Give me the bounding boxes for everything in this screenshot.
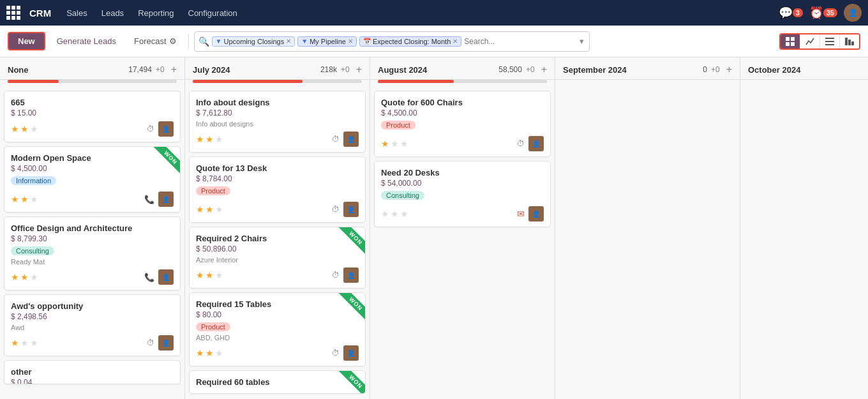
card-amount-j1: $ 7,612.80 [196, 109, 359, 117]
user-avatar[interactable]: 👤 [844, 4, 862, 22]
column-delta-sep2024: +0 [711, 65, 720, 74]
star-2: ★ [206, 204, 214, 215]
card-icons-c1: ⏱ 👤 [147, 121, 174, 137]
card-tag-c3: Consulting [11, 246, 54, 255]
topnav: CRM Sales Leads Reporting Configuration … [0, 0, 868, 26]
new-button[interactable]: New [8, 32, 45, 50]
filter-tag-upcoming-close[interactable]: ✕ [286, 38, 291, 45]
column-header-oct2024: October 2024 + [740, 57, 868, 80]
column-header-none: None 17,494 +0 + [0, 57, 184, 80]
card-stars-c3[interactable]: ★★★ [11, 272, 38, 282]
filter-tag-upcoming[interactable]: ▼ Upcoming Closings ✕ [212, 36, 296, 47]
star-2: ★ [20, 272, 29, 282]
card-stars-a1[interactable]: ★★★ [381, 139, 408, 149]
card-stars-c4[interactable]: ★★★ [11, 338, 38, 348]
view-graph-button[interactable] [800, 34, 820, 49]
nav-sales[interactable]: Sales [61, 6, 93, 20]
card-stars-j4[interactable]: ★★★ [196, 348, 223, 358]
kanban-card-c4[interactable]: Awd's opportunity $ 2,498.56 Awd ★★★ ⏱ 👤 [4, 294, 181, 356]
svg-rect-7 [845, 38, 848, 45]
kanban-card-j4[interactable]: WON Required 15 Tables $ 80.00 Product A… [189, 292, 366, 366]
card-title-j4: Required 15 Tables [196, 299, 359, 309]
star-3: ★ [400, 209, 408, 219]
column-add-aug2024[interactable]: + [541, 64, 547, 75]
clock-icon-j2: ⏱ [332, 205, 340, 214]
column-delta-none: +0 [156, 65, 165, 74]
kanban-card-c2[interactable]: WON Modern Open Space $ 4,500.00 Informa… [4, 146, 181, 213]
column-amount-none: 17,494 [128, 65, 152, 74]
star-3: ★ [215, 134, 223, 144]
kanban-card-c3[interactable]: Office Design and Architecture $ 8,799.3… [4, 216, 181, 290]
star-1: ★ [196, 348, 204, 358]
column-add-sep2024[interactable]: + [726, 64, 732, 75]
card-stars-j3[interactable]: ★★★ [196, 270, 223, 280]
nav-configuration[interactable]: Configuration [183, 6, 243, 20]
card-avatar-j2: 👤 [343, 202, 359, 217]
kanban-column-july2024: July 2024 218k +0 + Info about designs $… [185, 57, 370, 399]
svg-rect-1 [791, 37, 795, 41]
card-avatar-j3: 👤 [343, 267, 359, 283]
view-kanban-button[interactable] [781, 34, 800, 49]
card-stars-c2[interactable]: ★★★ [11, 194, 38, 204]
view-activity-button[interactable] [840, 34, 859, 49]
column-delta-aug2024: +0 [526, 65, 535, 74]
filter-tag-upcoming-label: Upcoming Closings [223, 38, 284, 45]
column-add-none[interactable]: + [171, 64, 177, 75]
column-header-aug2024: August 2024 58,500 +0 + [370, 57, 555, 80]
search-dropdown-button[interactable]: ▾ [578, 35, 585, 47]
column-cards-oct2024 [740, 80, 868, 399]
kanban-card-a2[interactable]: Need 20 Desks $ 54,000.00 Consulting ★★★… [374, 161, 551, 227]
star-2: ★ [20, 338, 29, 348]
column-header-sep2024: September 2024 0 +0 + [555, 57, 740, 80]
card-icons-a1: ⏱ 👤 [517, 136, 544, 151]
card-stars-c1[interactable]: ★★★ [11, 124, 38, 134]
filter-tag-closing[interactable]: 📅 Expected Closing: Month ✕ [359, 36, 461, 47]
generate-leads-button[interactable]: Generate Leads [50, 33, 123, 49]
kanban-card-j3[interactable]: WON Required 2 Chairs $ 50,896.00 Azure … [189, 227, 366, 289]
kanban-card-c1[interactable]: 665 $ 15.00 ★★★ ⏱ 👤 [4, 91, 181, 142]
search-input[interactable] [464, 37, 575, 46]
card-stars-j1[interactable]: ★★★ [196, 134, 223, 144]
kanban-card-j2[interactable]: Quote for 13 Desk $ 8,784.00 Product ★★★… [189, 156, 366, 223]
column-progress-aug2024 [378, 80, 547, 83]
card-stars-a2[interactable]: ★★★ [381, 209, 408, 219]
nav-reporting[interactable]: Reporting [133, 6, 179, 20]
star-2: ★ [206, 270, 214, 280]
card-avatar-a2: 👤 [528, 206, 544, 222]
filter-tag-closing-close[interactable]: ✕ [453, 38, 458, 45]
card-stars-j2[interactable]: ★★★ [196, 204, 223, 215]
card-title-c2: Modern Open Space [11, 153, 174, 163]
kanban-card-j5[interactable]: WON Required 60 tables [189, 370, 366, 394]
kanban-column-none: None 17,494 +0 + 665 $ 15.00 ★★★ ⏱ 👤 WON… [0, 57, 185, 399]
card-amount-a2: $ 54,000.00 [381, 179, 544, 188]
card-avatar-j4: 👤 [343, 345, 359, 361]
kanban-card-j1[interactable]: Info about designs $ 7,612.80 Info about… [189, 91, 366, 153]
filter-tag-pipeline[interactable]: ▼ My Pipeline ✕ [297, 36, 357, 47]
star-3: ★ [30, 272, 38, 282]
filter-tag-pipeline-close[interactable]: ✕ [348, 38, 353, 45]
nav-leads[interactable]: Leads [96, 6, 129, 20]
star-3: ★ [215, 348, 223, 358]
card-footer-j2: ★★★ ⏱ 👤 [196, 202, 359, 217]
clock-icon[interactable]: ⏰35 [809, 6, 837, 20]
message-icon[interactable]: 💬3 [779, 6, 803, 20]
column-add-july2024[interactable]: + [356, 64, 362, 75]
forecast-button[interactable]: Forecast ⚙ [128, 33, 183, 49]
card-title-a2: Need 20 Desks [381, 168, 544, 177]
star-3: ★ [30, 194, 38, 204]
view-list-button[interactable] [820, 34, 840, 49]
star-2: ★ [391, 139, 399, 149]
star-1: ★ [196, 270, 204, 280]
kanban-card-c5[interactable]: other $ 0.04 [4, 360, 181, 384]
star-1: ★ [11, 272, 19, 282]
app-logo[interactable] [6, 6, 20, 20]
card-footer-a2: ★★★ ✉ 👤 [381, 206, 544, 222]
message-badge: 3 [793, 8, 803, 17]
card-icons-c3: 📞 👤 [144, 269, 174, 285]
phone-icon-c3: 📞 [144, 273, 154, 282]
card-icons-j1: ⏱ 👤 [332, 132, 359, 147]
star-1: ★ [196, 204, 204, 215]
search-bar[interactable]: 🔍 ▼ Upcoming Closings ✕ ▼ My Pipeline ✕ … [194, 31, 590, 52]
filter-tag-pipeline-label: My Pipeline [310, 38, 346, 45]
kanban-card-a1[interactable]: Quote for 600 Chairs $ 4,500.00 Product … [374, 91, 551, 157]
